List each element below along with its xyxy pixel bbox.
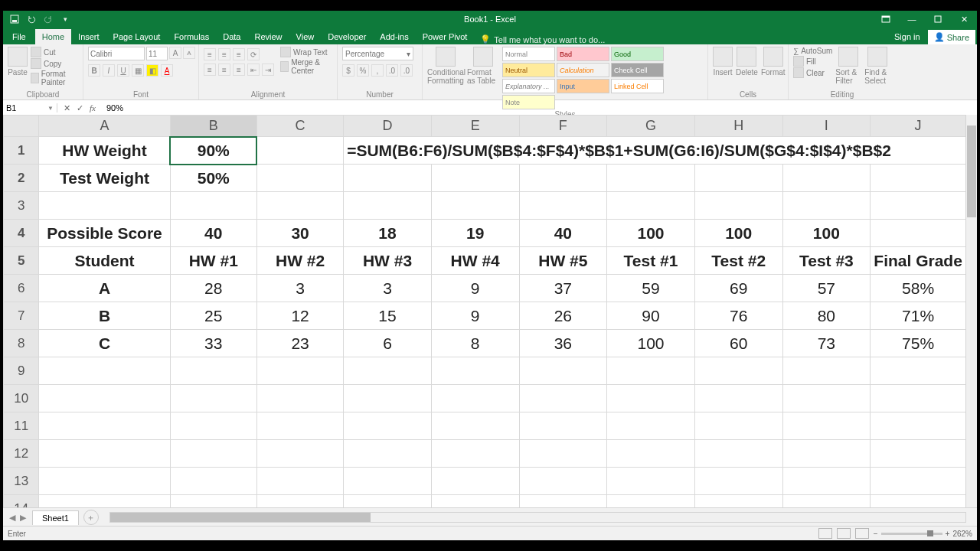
view-normal-icon[interactable]: [818, 528, 832, 539]
row-header[interactable]: 11: [4, 412, 39, 440]
cell[interactable]: [782, 412, 871, 440]
cell[interactable]: [519, 440, 607, 468]
cell[interactable]: [344, 385, 432, 412]
cell[interactable]: [39, 357, 170, 385]
cell[interactable]: HW #2: [256, 247, 343, 275]
cell[interactable]: [431, 385, 519, 412]
cell[interactable]: [782, 495, 871, 509]
cell[interactable]: [431, 440, 519, 468]
cell[interactable]: 37: [519, 275, 607, 302]
select-all-corner[interactable]: [4, 116, 39, 137]
cell[interactable]: [431, 357, 519, 385]
cell[interactable]: 18: [344, 220, 432, 247]
italic-button[interactable]: I: [103, 64, 115, 77]
increase-font-icon[interactable]: A: [169, 47, 181, 59]
cell[interactable]: [39, 440, 170, 468]
cell[interactable]: [519, 192, 607, 220]
cell[interactable]: [694, 385, 782, 412]
cell[interactable]: HW Weight: [39, 137, 170, 165]
cell[interactable]: =SUM(B6:F6)/SUM($B$4:$F$4)*$B$1+SUM(G6:I…: [344, 137, 966, 165]
row-header[interactable]: 9: [4, 357, 39, 385]
row-header[interactable]: 13: [4, 468, 39, 495]
cell[interactable]: [871, 357, 966, 385]
cell[interactable]: [694, 495, 782, 509]
row-header[interactable]: 14: [4, 495, 39, 509]
orientation-icon[interactable]: ⟳: [247, 48, 260, 60]
sign-in-link[interactable]: Sign in: [887, 29, 928, 44]
vertical-scrollbar[interactable]: [965, 115, 977, 508]
cell[interactable]: [694, 468, 782, 495]
column-header[interactable]: E: [431, 116, 519, 137]
insert-cells-button[interactable]: Insert: [713, 47, 733, 77]
cell[interactable]: 8: [431, 330, 519, 357]
style-good[interactable]: Good: [611, 47, 664, 61]
cell[interactable]: [519, 412, 607, 440]
cell[interactable]: [256, 385, 343, 412]
cell[interactable]: [344, 357, 432, 385]
cell[interactable]: [871, 495, 966, 509]
cell[interactable]: 30: [256, 220, 343, 247]
cell[interactable]: [694, 357, 782, 385]
cell[interactable]: [170, 385, 256, 412]
cell[interactable]: [256, 192, 343, 220]
sheet-tab[interactable]: Sheet1: [32, 510, 79, 525]
sheet-nav[interactable]: ◀▶: [3, 513, 32, 523]
cell[interactable]: Final Grade: [871, 247, 966, 275]
merge-center-button[interactable]: Merge & Center: [280, 58, 332, 75]
cell[interactable]: [607, 495, 695, 509]
column-header[interactable]: G: [607, 116, 695, 137]
cell[interactable]: [694, 192, 782, 220]
font-size-input[interactable]: [146, 47, 168, 60]
copy-button[interactable]: Copy: [31, 58, 78, 69]
sort-filter-button[interactable]: Sort & Filter: [835, 47, 861, 85]
column-header[interactable]: D: [344, 116, 432, 137]
font-color-button[interactable]: A: [161, 64, 173, 77]
cell[interactable]: 71%: [871, 302, 966, 330]
cell[interactable]: [344, 440, 432, 468]
fill-button[interactable]: Fill: [793, 56, 832, 67]
cell[interactable]: [170, 412, 256, 440]
conditional-formatting-button[interactable]: Conditional Formatting: [427, 47, 464, 85]
cell[interactable]: [256, 468, 343, 495]
cell[interactable]: [607, 192, 695, 220]
cell[interactable]: [519, 495, 607, 509]
cell[interactable]: 100: [607, 220, 695, 247]
cell[interactable]: [431, 495, 519, 509]
cell[interactable]: [519, 468, 607, 495]
cell[interactable]: 40: [519, 220, 607, 247]
fx-icon[interactable]: fx: [90, 103, 96, 113]
cell[interactable]: 59: [607, 275, 695, 302]
cell[interactable]: [694, 165, 782, 192]
close-icon[interactable]: ✕: [951, 11, 977, 28]
cell[interactable]: 9: [431, 275, 519, 302]
tab-page-layout[interactable]: Page Layout: [106, 29, 168, 44]
percent-button[interactable]: %: [357, 64, 369, 77]
cell[interactable]: Test #2: [694, 247, 782, 275]
cell[interactable]: 28: [170, 275, 256, 302]
cell[interactable]: [782, 385, 871, 412]
indent-increase-icon[interactable]: ⇥: [262, 64, 274, 76]
font-name-input[interactable]: [88, 47, 145, 60]
format-cells-button[interactable]: Format: [761, 47, 786, 77]
cell[interactable]: [607, 412, 695, 440]
view-page-break-icon[interactable]: [855, 528, 869, 539]
cell[interactable]: 6: [344, 330, 432, 357]
number-format-select[interactable]: Percentage▾: [342, 47, 413, 60]
qat-customize-icon[interactable]: ▾: [60, 14, 70, 24]
indent-decrease-icon[interactable]: ⇤: [247, 64, 260, 76]
style-input[interactable]: Input: [557, 79, 609, 93]
cell[interactable]: [344, 412, 432, 440]
cell[interactable]: 19: [431, 220, 519, 247]
cell[interactable]: 15: [344, 302, 432, 330]
underline-button[interactable]: U: [117, 64, 129, 77]
decrease-font-icon[interactable]: A: [183, 47, 195, 59]
tab-power-pivot[interactable]: Power Pivot: [416, 29, 475, 44]
delete-cells-button[interactable]: Delete: [736, 47, 758, 77]
cell[interactable]: [170, 495, 256, 509]
style-check-cell[interactable]: Check Cell: [611, 63, 664, 77]
cell[interactable]: [256, 165, 343, 192]
cell[interactable]: [39, 385, 170, 412]
cell[interactable]: Test #1: [607, 247, 695, 275]
cell[interactable]: C: [39, 330, 170, 357]
cell[interactable]: [694, 412, 782, 440]
